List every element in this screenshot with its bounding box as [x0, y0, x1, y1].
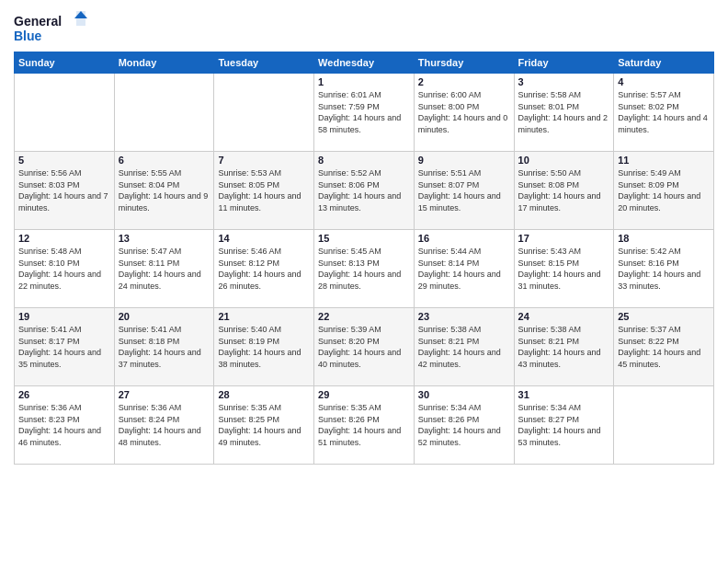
calendar-cell: 24 Sunrise: 5:38 AM Sunset: 8:21 PM Dayl… [514, 308, 614, 386]
cell-day-number: 2 [418, 76, 510, 87]
weekday-header: Wednesday [314, 52, 415, 74]
calendar-cell: 6 Sunrise: 5:55 AM Sunset: 8:04 PM Dayli… [114, 152, 214, 230]
cell-daylight: Daylight: 14 hours and 9 minutes. [119, 190, 210, 213]
cell-sunset: Sunset: 8:13 PM [318, 258, 410, 270]
cell-daylight: Daylight: 14 hours and 53 minutes. [518, 425, 610, 448]
cell-daylight: Daylight: 14 hours and 43 minutes. [518, 347, 610, 370]
cell-day-number: 6 [119, 155, 210, 166]
cell-daylight: Daylight: 14 hours and 15 minutes. [418, 190, 510, 213]
cell-sunset: Sunset: 7:59 PM [318, 101, 410, 113]
cell-sunrise: Sunrise: 5:43 AM [518, 246, 610, 258]
cell-day-number: 22 [318, 311, 410, 322]
cell-daylight: Daylight: 14 hours and 45 minutes. [618, 347, 710, 370]
cell-sunset: Sunset: 8:05 PM [218, 179, 310, 191]
calendar-week-row: 1 Sunrise: 6:01 AM Sunset: 7:59 PM Dayli… [15, 74, 714, 152]
cell-daylight: Daylight: 14 hours and 17 minutes. [518, 190, 610, 213]
logo: General Blue [14, 9, 87, 46]
cell-day-number: 31 [518, 389, 610, 400]
cell-sunrise: Sunrise: 5:35 AM [218, 402, 310, 414]
cell-daylight: Daylight: 14 hours and 58 minutes. [318, 112, 410, 135]
cell-daylight: Daylight: 14 hours and 31 minutes. [518, 269, 610, 292]
calendar-cell: 19 Sunrise: 5:41 AM Sunset: 8:17 PM Dayl… [15, 308, 115, 386]
calendar-cell: 1 Sunrise: 6:01 AM Sunset: 7:59 PM Dayli… [314, 74, 415, 152]
calendar-week-row: 12 Sunrise: 5:48 AM Sunset: 8:10 PM Dayl… [15, 230, 714, 308]
cell-day-number: 4 [618, 76, 710, 87]
cell-sunset: Sunset: 8:04 PM [119, 179, 210, 191]
calendar-week-row: 19 Sunrise: 5:41 AM Sunset: 8:17 PM Dayl… [15, 308, 714, 386]
cell-day-number: 23 [418, 311, 510, 322]
cell-sunrise: Sunrise: 6:01 AM [318, 89, 410, 101]
cell-day-number: 29 [318, 389, 410, 400]
cell-daylight: Daylight: 14 hours and 28 minutes. [318, 269, 410, 292]
cell-daylight: Daylight: 14 hours and 40 minutes. [318, 347, 410, 370]
calendar-cell: 12 Sunrise: 5:48 AM Sunset: 8:10 PM Dayl… [15, 230, 115, 308]
calendar-cell: 15 Sunrise: 5:45 AM Sunset: 8:13 PM Dayl… [314, 230, 415, 308]
cell-day-number: 15 [318, 233, 410, 244]
cell-sunrise: Sunrise: 5:40 AM [218, 324, 310, 336]
calendar-header: SundayMondayTuesdayWednesdayThursdayFrid… [15, 52, 714, 74]
cell-daylight: Daylight: 14 hours and 20 minutes. [618, 190, 710, 213]
cell-sunrise: Sunrise: 5:36 AM [119, 402, 210, 414]
cell-sunrise: Sunrise: 5:46 AM [218, 246, 310, 258]
cell-day-number: 17 [518, 233, 610, 244]
calendar-cell [114, 74, 214, 152]
cell-daylight: Daylight: 14 hours and 2 minutes. [518, 112, 610, 135]
cell-day-number: 9 [418, 155, 510, 166]
cell-daylight: Daylight: 14 hours and 22 minutes. [18, 269, 110, 292]
cell-day-number: 5 [18, 155, 110, 166]
weekday-header: Friday [514, 52, 614, 74]
calendar-cell: 18 Sunrise: 5:42 AM Sunset: 8:16 PM Dayl… [614, 230, 714, 308]
calendar-body: 1 Sunrise: 6:01 AM Sunset: 7:59 PM Dayli… [15, 74, 714, 465]
cell-sunset: Sunset: 8:26 PM [418, 414, 510, 426]
cell-daylight: Daylight: 14 hours and 33 minutes. [618, 269, 710, 292]
cell-sunrise: Sunrise: 5:50 AM [518, 167, 610, 179]
cell-sunset: Sunset: 8:11 PM [119, 258, 210, 270]
cell-sunrise: Sunrise: 5:51 AM [418, 167, 510, 179]
calendar-cell: 13 Sunrise: 5:47 AM Sunset: 8:11 PM Dayl… [114, 230, 214, 308]
cell-sunset: Sunset: 8:27 PM [518, 414, 610, 426]
weekday-header: Tuesday [214, 52, 314, 74]
calendar-cell: 21 Sunrise: 5:40 AM Sunset: 8:19 PM Dayl… [214, 308, 314, 386]
cell-sunset: Sunset: 8:02 PM [618, 101, 710, 113]
calendar-cell [15, 74, 115, 152]
cell-daylight: Daylight: 14 hours and 51 minutes. [318, 425, 410, 448]
cell-daylight: Daylight: 14 hours and 0 minutes. [418, 112, 510, 135]
calendar-week-row: 5 Sunrise: 5:56 AM Sunset: 8:03 PM Dayli… [15, 152, 714, 230]
cell-day-number: 19 [18, 311, 110, 322]
cell-day-number: 20 [119, 311, 210, 322]
cell-day-number: 26 [18, 389, 110, 400]
calendar-cell: 17 Sunrise: 5:43 AM Sunset: 8:15 PM Dayl… [514, 230, 614, 308]
cell-sunset: Sunset: 8:25 PM [218, 414, 310, 426]
calendar-cell: 31 Sunrise: 5:34 AM Sunset: 8:27 PM Dayl… [514, 386, 614, 465]
cell-sunrise: Sunrise: 5:52 AM [318, 167, 410, 179]
cell-daylight: Daylight: 14 hours and 48 minutes. [119, 425, 210, 448]
cell-daylight: Daylight: 14 hours and 35 minutes. [18, 347, 110, 370]
cell-sunrise: Sunrise: 5:36 AM [18, 402, 110, 414]
calendar-table: SundayMondayTuesdayWednesdayThursdayFrid… [14, 52, 714, 465]
cell-sunset: Sunset: 8:16 PM [618, 258, 710, 270]
cell-sunrise: Sunrise: 5:42 AM [618, 246, 710, 258]
calendar-cell: 25 Sunrise: 5:37 AM Sunset: 8:22 PM Dayl… [614, 308, 714, 386]
calendar-cell: 10 Sunrise: 5:50 AM Sunset: 8:08 PM Dayl… [514, 152, 614, 230]
cell-day-number: 12 [18, 233, 110, 244]
calendar-cell: 26 Sunrise: 5:36 AM Sunset: 8:23 PM Dayl… [15, 386, 115, 465]
cell-day-number: 8 [318, 155, 410, 166]
cell-sunset: Sunset: 8:09 PM [618, 179, 710, 191]
cell-sunset: Sunset: 8:12 PM [218, 258, 310, 270]
cell-sunrise: Sunrise: 5:38 AM [518, 324, 610, 336]
cell-daylight: Daylight: 14 hours and 24 minutes. [119, 269, 210, 292]
cell-sunset: Sunset: 8:17 PM [18, 336, 110, 348]
cell-daylight: Daylight: 14 hours and 42 minutes. [418, 347, 510, 370]
calendar-cell: 29 Sunrise: 5:35 AM Sunset: 8:26 PM Dayl… [314, 386, 415, 465]
weekday-header: Sunday [15, 52, 115, 74]
cell-sunset: Sunset: 8:20 PM [318, 336, 410, 348]
cell-sunrise: Sunrise: 5:39 AM [318, 324, 410, 336]
cell-sunset: Sunset: 8:00 PM [418, 101, 510, 113]
header: General Blue [14, 9, 714, 46]
calendar-cell: 9 Sunrise: 5:51 AM Sunset: 8:07 PM Dayli… [414, 152, 514, 230]
cell-sunset: Sunset: 8:06 PM [318, 179, 410, 191]
cell-sunrise: Sunrise: 5:44 AM [418, 246, 510, 258]
cell-sunrise: Sunrise: 5:53 AM [218, 167, 310, 179]
calendar-cell: 5 Sunrise: 5:56 AM Sunset: 8:03 PM Dayli… [15, 152, 115, 230]
cell-day-number: 13 [119, 233, 210, 244]
